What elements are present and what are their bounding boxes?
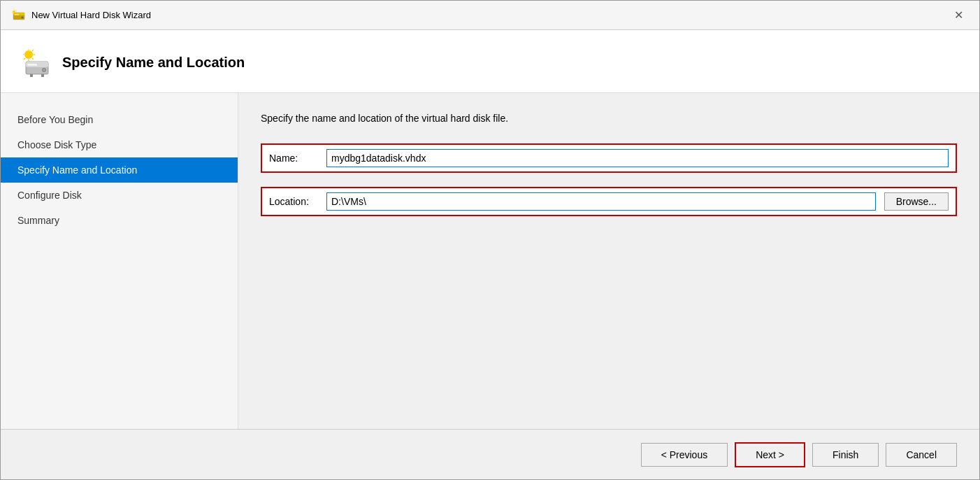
cancel-button[interactable]: Cancel bbox=[886, 443, 957, 467]
svg-rect-3 bbox=[15, 14, 19, 15]
name-field-row: Name: bbox=[261, 143, 957, 173]
svg-rect-18 bbox=[27, 64, 37, 66]
name-input[interactable] bbox=[326, 149, 949, 167]
svg-line-14 bbox=[24, 58, 25, 59]
sidebar: Before You Begin Choose Disk Type Specif… bbox=[1, 93, 238, 429]
svg-point-8 bbox=[24, 50, 33, 59]
sidebar-item-choose-disk-type[interactable]: Choose Disk Type bbox=[1, 132, 238, 157]
header-hdd-icon bbox=[23, 49, 51, 77]
location-label: Location: bbox=[269, 196, 318, 207]
svg-point-2 bbox=[22, 16, 24, 18]
svg-rect-22 bbox=[41, 74, 44, 77]
svg-rect-21 bbox=[30, 74, 33, 77]
title-bar: New Virtual Hard Disk Wizard ✕ bbox=[1, 1, 979, 30]
header-area: Specify Name and Location bbox=[1, 30, 979, 93]
browse-button[interactable]: Browse... bbox=[884, 192, 949, 211]
location-input[interactable] bbox=[326, 192, 876, 211]
main-content: Specify the name and location of the vir… bbox=[238, 93, 979, 429]
sidebar-item-summary[interactable]: Summary bbox=[1, 208, 238, 233]
footer: < Previous Next > Finish Cancel bbox=[1, 429, 979, 479]
svg-line-12 bbox=[32, 58, 34, 59]
name-label: Name: bbox=[269, 153, 318, 164]
content-area: Before You Begin Choose Disk Type Specif… bbox=[1, 93, 979, 429]
finish-button[interactable]: Finish bbox=[812, 443, 879, 467]
location-field-row: Location: Browse... bbox=[261, 187, 957, 216]
previous-button[interactable]: < Previous bbox=[641, 443, 728, 467]
sidebar-item-specify-name[interactable]: Specify Name and Location bbox=[1, 157, 238, 183]
svg-point-20 bbox=[43, 69, 45, 71]
sidebar-item-configure-disk[interactable]: Configure Disk bbox=[1, 183, 238, 208]
svg-line-10 bbox=[32, 50, 34, 51]
next-button[interactable]: Next > bbox=[735, 442, 805, 467]
svg-point-4 bbox=[13, 10, 15, 13]
close-button[interactable]: ✕ bbox=[949, 6, 968, 25]
sidebar-item-before-you-begin[interactable]: Before You Begin bbox=[1, 107, 238, 132]
window-title: New Virtual Hard Disk Wizard bbox=[31, 10, 151, 20]
page-title: Specify Name and Location bbox=[62, 55, 245, 71]
svg-line-6 bbox=[15, 10, 16, 10]
title-bar-left: New Virtual Hard Disk Wizard bbox=[12, 8, 151, 22]
wizard-window: New Virtual Hard Disk Wizard ✕ bbox=[0, 0, 980, 480]
title-icon bbox=[12, 8, 26, 22]
description-text: Specify the name and location of the vir… bbox=[261, 113, 957, 124]
